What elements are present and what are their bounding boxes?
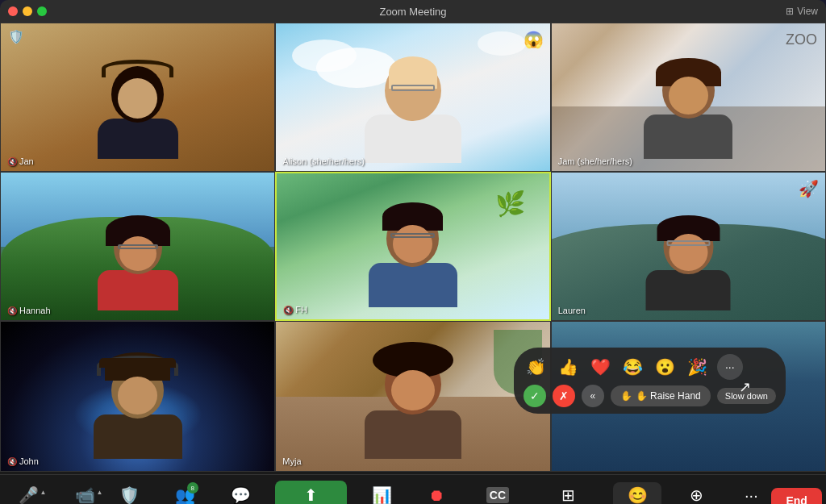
polling-button[interactable]: 📊 Polling [361, 485, 402, 504]
reaction-party-btn[interactable]: 🎉 [685, 354, 711, 380]
emoji-reaction-lauren: 🚀 [799, 179, 819, 198]
toolbar-left: 🎤 ▲ Mute 📹 ▲ Stop Video [12, 485, 109, 504]
window-controls[interactable] [8, 6, 47, 16]
toolbar: 🎤 ▲ Mute 📹 ▲ Stop Video 🛡️ Security 👥 8 … [0, 474, 826, 504]
chat-button[interactable]: 💬 Chat [220, 485, 261, 504]
reaction-clap-btn[interactable]: 👏 [524, 354, 549, 380]
mute-icon-john: 🔇 [7, 457, 17, 466]
participant-label-hannah: 🔇 Hannah [7, 306, 51, 315]
breakout-rooms-icon: ⊞ [561, 485, 575, 504]
participant-cell-john: 🔇 John [0, 321, 275, 472]
raise-hand-icon: ✋ [620, 390, 632, 402]
toolbar-right: End [771, 488, 821, 504]
participant-cell-jam: ZOO Jam (she/her/hers) [551, 23, 826, 172]
view-button[interactable]: ⊞ View [786, 6, 818, 17]
participant-cell-myja: Myja [275, 321, 550, 472]
support-button[interactable]: ⊕ Support [676, 485, 716, 504]
mute-icon: 🎤 [19, 485, 39, 504]
close-window-button[interactable] [8, 6, 18, 16]
view-grid-icon: ⊞ [786, 6, 794, 17]
minimize-window-button[interactable] [23, 6, 32, 16]
stop-video-icon: 📹 [75, 485, 95, 504]
live-transcript-button[interactable]: CC Live Transcript [471, 487, 524, 504]
share-screen-icon: ⬆ [304, 485, 318, 504]
participant-label-myja: Myja [282, 456, 301, 466]
stop-video-button[interactable]: 📹 ▲ Stop Video [69, 485, 109, 504]
polling-icon: 📊 [372, 485, 392, 504]
reaction-heart-btn[interactable]: ❤️ [588, 354, 614, 380]
more-reactions-btn[interactable]: ··· ↗ [717, 354, 743, 380]
window-title: Zoom Meeting [379, 6, 446, 18]
reaction-laugh-btn[interactable]: 😂 [620, 354, 646, 380]
reactions-x-btn[interactable]: ✗ [553, 385, 575, 407]
participant-label-john: 🔇 John [7, 456, 39, 466]
record-button[interactable]: ⏺ Record [416, 486, 457, 505]
participant-cell-alison: 😱 Alison (she/her/hers) [275, 23, 550, 172]
support-icon: ⊕ [690, 485, 703, 504]
share-screen-button[interactable]: ⬆ Share Screen [275, 481, 347, 504]
video-area: 🛡️ 🔇 Jan [0, 23, 826, 474]
reactions-popup: 👏 👍 ❤️ 😂 😮 🎉 ··· ↗ ✓ ✗ « ✋ ✋ Raise Hand … [514, 348, 786, 414]
toolbar-center: 🛡️ Security 👥 8 Participants 💬 Chat ⬆ Sh… [109, 481, 771, 504]
maximize-window-button[interactable] [37, 6, 47, 16]
participant-cell-hannah: 🔇 Hannah [0, 172, 275, 321]
stop-video-btn-wrapper: 📹 ▲ [75, 485, 103, 504]
raise-hand-btn[interactable]: ✋ ✋ Raise Hand [611, 385, 711, 406]
participant-label-fh: 🔇 FH [283, 305, 307, 314]
security-button[interactable]: 🛡️ Security [109, 485, 149, 504]
participant-label-jan: 🔇 Jan [7, 156, 34, 166]
raise-hand-label: ✋ Raise Hand [636, 390, 701, 402]
mute-arrow-icon: ▲ [40, 489, 47, 496]
participants-icon: 👥 8 [175, 485, 195, 504]
reaction-thumbs-up-btn[interactable]: 👍 [556, 354, 582, 380]
breakout-rooms-button[interactable]: ⊞ Breakout Rooms [538, 485, 598, 504]
reactions-button[interactable]: 😊 Reactions [613, 482, 661, 504]
participant-cell-fh: 🌿 🔇 FH [275, 172, 550, 321]
participant-cell-jan: 🔇 Jan [0, 23, 275, 172]
mute-icon-jan: 🔇 [7, 157, 17, 166]
chat-icon: 💬 [231, 485, 251, 504]
participant-label-jam: Jam (she/her/hers) [558, 156, 632, 166]
mute-icon-fh: 🔇 [283, 306, 293, 314]
reactions-icon: 😊 [628, 485, 648, 504]
participants-badge: 8 [187, 482, 198, 494]
record-icon: ⏺ [428, 486, 444, 505]
reactions-check-btn[interactable]: ✓ [524, 385, 546, 407]
participant-label-alison: Alison (she/her/hers) [282, 156, 365, 166]
reactions-skip-btn[interactable]: « [582, 385, 604, 407]
participant-label-lauren: Lauren [558, 306, 586, 315]
participant-cell-lauren: 🚀 Lauren [551, 172, 826, 321]
security-icon: 🛡️ [119, 485, 140, 504]
security-shield-icon: 🛡️ [8, 29, 24, 44]
mute-icon-hannah: 🔇 [7, 306, 17, 315]
end-button[interactable]: End [771, 488, 821, 504]
reaction-wow-btn[interactable]: 😮 [653, 354, 678, 380]
more-icon: ··· [745, 486, 758, 505]
more-button[interactable]: ··· More [731, 486, 771, 505]
stop-video-arrow-icon: ▲ [97, 489, 103, 496]
live-transcript-icon: CC [486, 487, 509, 503]
emoji-reaction-alison: 😱 [524, 30, 544, 49]
mute-button[interactable]: 🎤 ▲ Mute [12, 485, 52, 504]
title-bar: Zoom Meeting ⊞ View [0, 0, 826, 23]
reactions-emoji-row: 👏 👍 ❤️ 😂 😮 🎉 ··· ↗ [524, 354, 776, 380]
mute-btn-wrapper: 🎤 ▲ [19, 485, 47, 504]
participants-button[interactable]: 👥 8 Participants [164, 485, 206, 504]
